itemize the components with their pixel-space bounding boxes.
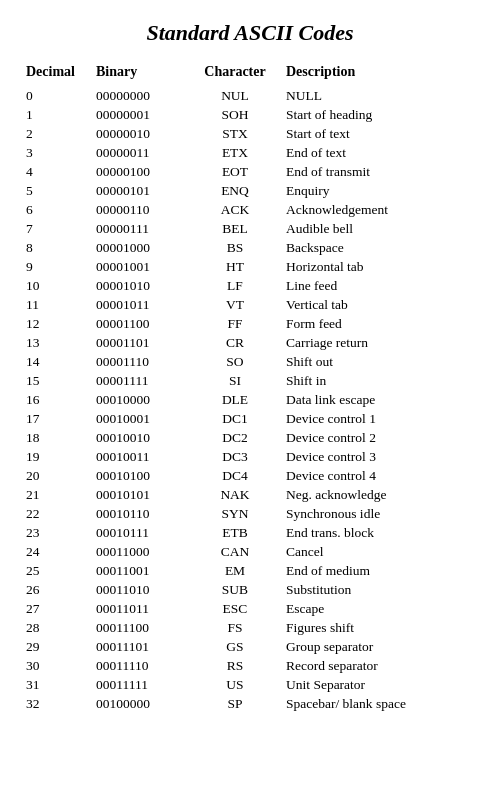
cell-binary: 00000011 bbox=[90, 143, 190, 162]
cell-description: Cancel bbox=[280, 542, 480, 561]
cell-character: ESC bbox=[190, 599, 280, 618]
cell-description: Device control 3 bbox=[280, 447, 480, 466]
table-row: 3100011111USUnit Separator bbox=[20, 675, 480, 694]
cell-binary: 00011100 bbox=[90, 618, 190, 637]
table-row: 2900011101GSGroup separator bbox=[20, 637, 480, 656]
cell-binary: 00001111 bbox=[90, 371, 190, 390]
cell-character: DLE bbox=[190, 390, 280, 409]
cell-binary: 00011000 bbox=[90, 542, 190, 561]
cell-decimal: 3 bbox=[20, 143, 90, 162]
cell-description: Enquiry bbox=[280, 181, 480, 200]
cell-decimal: 24 bbox=[20, 542, 90, 561]
cell-binary: 00001101 bbox=[90, 333, 190, 352]
cell-description: Record separator bbox=[280, 656, 480, 675]
cell-decimal: 4 bbox=[20, 162, 90, 181]
cell-description: Horizontal tab bbox=[280, 257, 480, 276]
table-row: 800001000BSBackspace bbox=[20, 238, 480, 257]
cell-decimal: 11 bbox=[20, 295, 90, 314]
table-row: 1500001111SIShift in bbox=[20, 371, 480, 390]
table-row: 2500011001EMEnd of medium bbox=[20, 561, 480, 580]
cell-binary: 00010010 bbox=[90, 428, 190, 447]
cell-binary: 00011001 bbox=[90, 561, 190, 580]
cell-decimal: 19 bbox=[20, 447, 90, 466]
cell-character: DC2 bbox=[190, 428, 280, 447]
cell-character: STX bbox=[190, 124, 280, 143]
cell-decimal: 16 bbox=[20, 390, 90, 409]
cell-character: VT bbox=[190, 295, 280, 314]
cell-description: Line feed bbox=[280, 276, 480, 295]
cell-description: Vertical tab bbox=[280, 295, 480, 314]
cell-character: GS bbox=[190, 637, 280, 656]
cell-character: NAK bbox=[190, 485, 280, 504]
cell-binary: 00011011 bbox=[90, 599, 190, 618]
cell-character: RS bbox=[190, 656, 280, 675]
table-row: 1100001011VTVertical tab bbox=[20, 295, 480, 314]
table-row: 2700011011ESCEscape bbox=[20, 599, 480, 618]
table-row: 700000111BELAudible bell bbox=[20, 219, 480, 238]
table-row: 1400001110SOShift out bbox=[20, 352, 480, 371]
cell-decimal: 23 bbox=[20, 523, 90, 542]
cell-binary: 00000101 bbox=[90, 181, 190, 200]
cell-character: SYN bbox=[190, 504, 280, 523]
cell-decimal: 13 bbox=[20, 333, 90, 352]
cell-character: NUL bbox=[190, 86, 280, 105]
cell-description: Figures shift bbox=[280, 618, 480, 637]
cell-description: Device control 2 bbox=[280, 428, 480, 447]
table-row: 300000011ETXEnd of text bbox=[20, 143, 480, 162]
cell-description: Data link escape bbox=[280, 390, 480, 409]
table-row: 100000001SOHStart of heading bbox=[20, 105, 480, 124]
table-row: 2800011100FSFigures shift bbox=[20, 618, 480, 637]
cell-binary: 00001010 bbox=[90, 276, 190, 295]
cell-decimal: 0 bbox=[20, 86, 90, 105]
cell-decimal: 26 bbox=[20, 580, 90, 599]
table-row: 600000110ACKAcknowledgement bbox=[20, 200, 480, 219]
table-row: 3200100000SPSpacebar/ blank space bbox=[20, 694, 480, 713]
table-row: 1200001100FFForm feed bbox=[20, 314, 480, 333]
cell-decimal: 10 bbox=[20, 276, 90, 295]
cell-binary: 00000100 bbox=[90, 162, 190, 181]
cell-binary: 00010111 bbox=[90, 523, 190, 542]
cell-decimal: 1 bbox=[20, 105, 90, 124]
cell-decimal: 17 bbox=[20, 409, 90, 428]
table-row: 1300001101CRCarriage return bbox=[20, 333, 480, 352]
cell-description: Neg. acknowledge bbox=[280, 485, 480, 504]
table-row: 2100010101NAKNeg. acknowledge bbox=[20, 485, 480, 504]
table-row: 500000101ENQEnquiry bbox=[20, 181, 480, 200]
cell-binary: 00001011 bbox=[90, 295, 190, 314]
cell-description: Unit Separator bbox=[280, 675, 480, 694]
cell-decimal: 20 bbox=[20, 466, 90, 485]
cell-character: EM bbox=[190, 561, 280, 580]
cell-decimal: 14 bbox=[20, 352, 90, 371]
header-decimal: Decimal bbox=[20, 62, 90, 86]
cell-binary: 00010110 bbox=[90, 504, 190, 523]
cell-description: Substitution bbox=[280, 580, 480, 599]
ascii-table: Decimal Binary Character Description 000… bbox=[20, 62, 480, 713]
cell-binary: 00011010 bbox=[90, 580, 190, 599]
table-row: 2000010100DC4Device control 4 bbox=[20, 466, 480, 485]
header-description: Description bbox=[280, 62, 480, 86]
cell-description: NULL bbox=[280, 86, 480, 105]
cell-description: Device control 1 bbox=[280, 409, 480, 428]
cell-binary: 00000000 bbox=[90, 86, 190, 105]
cell-decimal: 27 bbox=[20, 599, 90, 618]
cell-binary: 00001000 bbox=[90, 238, 190, 257]
cell-description: End of transmit bbox=[280, 162, 480, 181]
cell-decimal: 25 bbox=[20, 561, 90, 580]
cell-binary: 00000110 bbox=[90, 200, 190, 219]
table-row: 1800010010DC2Device control 2 bbox=[20, 428, 480, 447]
cell-description: End of text bbox=[280, 143, 480, 162]
cell-decimal: 5 bbox=[20, 181, 90, 200]
cell-description: Device control 4 bbox=[280, 466, 480, 485]
cell-character: DC4 bbox=[190, 466, 280, 485]
cell-character: CAN bbox=[190, 542, 280, 561]
cell-decimal: 15 bbox=[20, 371, 90, 390]
cell-description: Spacebar/ blank space bbox=[280, 694, 480, 713]
cell-description: Audible bell bbox=[280, 219, 480, 238]
cell-decimal: 6 bbox=[20, 200, 90, 219]
cell-character: BS bbox=[190, 238, 280, 257]
cell-binary: 00100000 bbox=[90, 694, 190, 713]
cell-description: Escape bbox=[280, 599, 480, 618]
cell-character: BEL bbox=[190, 219, 280, 238]
table-row: 200000010STXStart of text bbox=[20, 124, 480, 143]
cell-character: ENQ bbox=[190, 181, 280, 200]
